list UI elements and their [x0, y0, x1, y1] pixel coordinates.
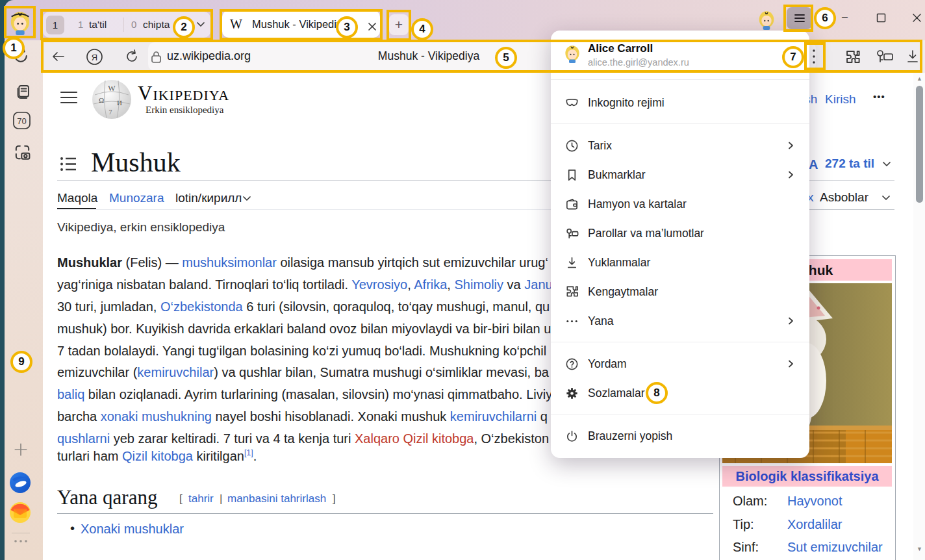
tab-group-chevron-icon[interactable] [196, 20, 206, 29]
edit-source-link[interactable]: manbasini tahrirlash [227, 492, 326, 505]
tab2-label[interactable]: chipta [143, 19, 170, 31]
menu-item-passwords[interactable]: Parollar va ma’lumotlar [551, 223, 809, 243]
tools-chevron-icon[interactable] [881, 194, 891, 202]
key-card-icon [564, 226, 579, 241]
edit-link[interactable]: tahrir [188, 492, 214, 505]
scrollbar-up-arrow[interactable]: ▲ [915, 75, 924, 82]
svg-text:70: 70 [17, 116, 26, 126]
infobox-row-label: Tip: [733, 517, 754, 532]
sidebar-add-icon[interactable] [12, 441, 29, 458]
annotation-8: 8 [646, 382, 668, 404]
paragraph-line: baliq bilan oziqlanadi. Ayrim turlarinin… [57, 383, 551, 405]
menu-item-extensions[interactable]: Kengaytmalar [551, 282, 809, 301]
see-also-heading: Yana qarang [57, 486, 157, 509]
reload-icon[interactable] [124, 49, 140, 64]
infobox-row-value[interactable]: Hayvonot [787, 494, 843, 509]
paragraph-line: 7 tadan bolalaydi. Yangi tug‘ilgan bolas… [57, 340, 551, 362]
wiki-menu-icon[interactable] [60, 90, 78, 105]
svg-text:Ω: Ω [99, 96, 104, 104]
sidebar-more-icon[interactable] [13, 538, 29, 544]
window-close-button[interactable] [912, 13, 922, 23]
infobox-row-value[interactable]: Sut emizuvchilar [787, 540, 883, 555]
menu-item-downloads[interactable]: Yuklanmalar [551, 253, 809, 272]
menu-divider [551, 123, 809, 124]
paragraph-line: emizuvchilar (kemiruvchilar) va qushlar … [57, 361, 551, 383]
puzzle-icon [564, 285, 579, 299]
svg-text:W: W [108, 84, 116, 93]
chevron-right-icon [785, 140, 796, 151]
scrollbar-thumb[interactable] [916, 86, 923, 203]
maximize-button[interactable] [876, 13, 886, 23]
menu-item-bookmarks[interactable]: Bukmarklar [551, 165, 809, 185]
extensions-icon[interactable] [844, 48, 861, 66]
yandex-disk-icon[interactable] [9, 472, 31, 494]
yandex-mail-icon[interactable] [9, 502, 31, 524]
new-tab-button[interactable]: + [389, 14, 409, 35]
edit-bracket-open: [ [179, 492, 183, 505]
tab-article[interactable]: Maqola [57, 191, 97, 205]
annotation-5: 5 [495, 47, 517, 69]
yandex-search-icon[interactable]: Я [86, 48, 103, 66]
wiki-logo-title[interactable]: Vikipediya [138, 82, 229, 105]
wallet-icon [564, 197, 579, 212]
annotation-7: 7 [782, 46, 804, 68]
tab-variant[interactable]: lotin/кирилл [175, 191, 242, 205]
scrollbar-down-arrow[interactable]: ▼ [915, 546, 924, 552]
contents-icon[interactable] [60, 156, 77, 172]
annotation-1: 1 [3, 37, 25, 59]
menu-item-history[interactable]: Tarix [551, 136, 809, 155]
bookmark-icon [564, 168, 579, 183]
menu-item-settings[interactable]: Sozlamalar [551, 383, 809, 403]
paragraph-line: mushuk) bor. Kuyikish davrida erkaklari … [57, 318, 551, 340]
wikipedia-globe-logo[interactable]: W Ω И 7 [91, 77, 133, 122]
help-icon [564, 357, 579, 372]
tab1-label[interactable]: ta'til [89, 19, 107, 31]
menu-item-more[interactable]: Yana [551, 311, 809, 331]
browser-menu-button[interactable] [787, 7, 812, 29]
menu-user-name: Alice Carroll [588, 42, 653, 55]
variant-chevron-icon[interactable] [242, 195, 252, 203]
chevron-right-icon [785, 315, 796, 327]
menu-item-wallet[interactable]: Hamyon va kartalar [551, 194, 809, 214]
profile-avatar[interactable] [7, 8, 33, 36]
wiki-more-dots[interactable]: ••• [873, 91, 885, 102]
tab-counter-badge[interactable]: 70 [12, 111, 31, 130]
menu-user-email: alice.the.girl@yandex.ru [588, 57, 689, 68]
infobox-row-label: Olam: [733, 494, 767, 509]
back-icon[interactable] [51, 49, 66, 64]
infobox-row-label: Sinf: [733, 540, 759, 555]
svg-text:И: И [117, 99, 122, 107]
toolbar-more-icon[interactable] [811, 47, 817, 66]
languages-button[interactable]: 272 ta til [825, 157, 874, 171]
languages-chevron-icon[interactable] [881, 160, 892, 168]
article-heading: Mushuk [91, 147, 181, 178]
sidebar-divider [12, 533, 30, 533]
menu-item-help[interactable]: Yordam [551, 354, 809, 374]
gear-icon [564, 386, 579, 401]
tab-group-chip[interactable]: 1 [46, 16, 64, 34]
tab-close-icon[interactable] [368, 22, 377, 31]
notes-icon[interactable] [14, 83, 32, 101]
downloads-toolbar-icon[interactable] [905, 49, 920, 64]
menu-item-close-browser[interactable]: Brauzerni yopish [551, 426, 809, 446]
ellipsis-icon [564, 314, 579, 329]
minimize-button[interactable]: – [842, 11, 848, 23]
passwords-icon[interactable] [874, 48, 895, 66]
tools-menu[interactable]: Asboblar [820, 190, 868, 205]
titlebar-avatar[interactable] [756, 8, 777, 31]
list-bullet: • [70, 521, 75, 536]
annotation-4: 4 [411, 18, 433, 40]
lock-icon[interactable] [151, 50, 162, 64]
menu-item-incognito[interactable]: Inkognito rejimi [551, 93, 809, 112]
screenshot-icon[interactable] [13, 143, 32, 162]
url-text[interactable]: uz.wikipedia.org [167, 49, 251, 63]
infobox-row-value[interactable]: Xordalilar [787, 517, 842, 532]
hamburger-icon [793, 13, 806, 23]
wiki-login-link[interactable]: Kirish [825, 92, 856, 107]
paragraph-line: barcha xonaki mushukning nayel boshi his… [57, 405, 551, 427]
tab-talk[interactable]: Munozara [109, 191, 164, 205]
browser-menu-dropdown: Alice Carroll alice.the.girl@yandex.ru I… [551, 31, 809, 458]
see-also-item-link[interactable]: Xonaki mushuklar [81, 522, 184, 537]
power-icon [564, 429, 579, 444]
menu-divider [551, 414, 809, 414]
